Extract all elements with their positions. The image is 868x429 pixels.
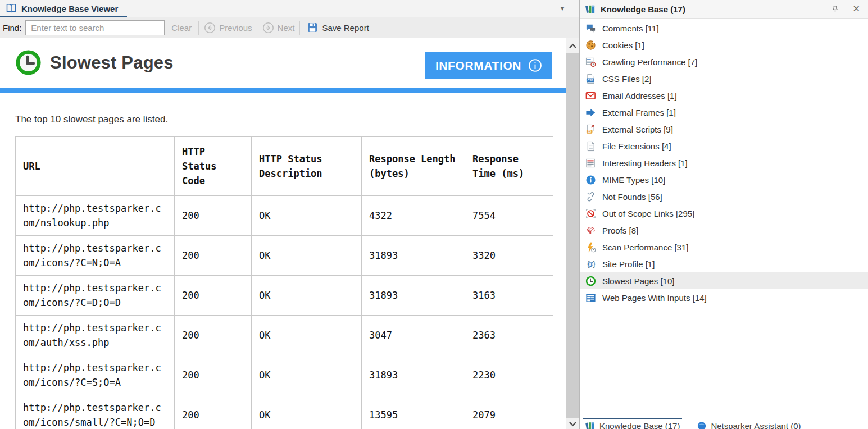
find-label: Find:	[3, 23, 21, 33]
page-title: Slowest Pages	[50, 53, 174, 73]
vertical-scrollbar	[566, 38, 579, 429]
tab-knowledge-base[interactable]: Knowledge Base (17)	[585, 421, 680, 429]
kb-item-label: Crawling Performance [7]	[602, 57, 697, 67]
kb-item-label: Comments [11]	[602, 24, 659, 33]
next-button[interactable]: Next	[262, 22, 295, 34]
cell-status-description: OK	[252, 395, 362, 429]
scroll-down-button[interactable]	[566, 418, 579, 429]
kb-item-label: File Extensions [4]	[602, 142, 671, 151]
kb-item-label: External Scripts [9]	[602, 125, 673, 134]
pin-icon[interactable]	[831, 5, 839, 13]
cell-status-description: OK	[252, 355, 362, 395]
web-pages-with-inputs-icon	[585, 293, 596, 303]
cell-url: http://php.testsparker.com/icons/?C=D;O=…	[16, 276, 175, 316]
viewer-pane: Knowledge Base Viewer ▾ Find: Clear Prev…	[0, 0, 579, 429]
css-file-icon: CSS	[585, 74, 596, 84]
kb-item-file-extensions[interactable]: File Extensions [4]	[580, 138, 868, 154]
close-icon[interactable]: ✕	[853, 4, 860, 13]
email-icon	[585, 90, 596, 101]
slowest-pages-clock-icon	[15, 49, 42, 78]
file-extensions-icon	[585, 141, 596, 152]
kb-item-email-addresses[interactable]: Email Addresses [1]	[580, 87, 868, 104]
kb-item-label: Scan Performance [31]	[602, 243, 688, 252]
cell-url: http://php.testsparker.com/auth/xss.php	[16, 316, 175, 355]
cell-url: http://php.testsparker.com/icons/?C=S;O=…	[16, 355, 175, 395]
column-header-status-code: HTTP Status Code	[175, 137, 252, 196]
out-of-scope-icon	[585, 208, 596, 219]
cell-status-code: 200	[175, 276, 252, 316]
kb-item-out-of-scope-links[interactable]: Out of Scope Links [295]	[580, 205, 868, 222]
cell-response-time: 2079	[465, 395, 553, 429]
tab-knowledge-base-viewer[interactable]: Knowledge Base Viewer	[0, 0, 127, 17]
kb-item-label: Interesting Headers [1]	[602, 158, 688, 168]
column-header-response-length: Response Length (bytes)	[362, 137, 465, 196]
cell-status-code: 200	[175, 355, 252, 395]
report-intro-text: The top 10 slowest pages are listed.	[15, 114, 566, 125]
cell-response-length: 31893	[362, 236, 465, 276]
cell-response-time: 2230	[465, 355, 553, 395]
kb-item-mime-types[interactable]: MIME Types [10]	[580, 171, 868, 188]
kb-item-crawling-performance[interactable]: Crawling Performance [7]	[580, 53, 868, 70]
knowledge-base-panel-header: Knowledge Base (17) ✕	[580, 0, 868, 19]
cell-status-description: OK	[252, 196, 362, 236]
cell-status-code: 200	[175, 196, 252, 236]
cookie-icon	[585, 40, 596, 51]
information-button-label: INFORMATION	[435, 59, 521, 72]
cell-status-description: OK	[252, 236, 362, 276]
kb-books-icon	[585, 421, 596, 429]
kb-item-not-founds[interactable]: Not Founds [56]	[580, 188, 868, 205]
kb-item-label: Proofs [8]	[602, 226, 638, 235]
toolbar-separator	[198, 21, 199, 35]
kb-item-label: Site Profile [1]	[602, 259, 655, 269]
kb-item-external-frames[interactable]: External Frames [1]	[580, 104, 868, 121]
kb-item-web-pages-with-inputs[interactable]: Web Pages With Inputs [14]	[580, 289, 868, 306]
not-founds-icon	[585, 191, 596, 202]
kb-item-comments[interactable]: Comments [11]	[580, 20, 868, 36]
kb-item-external-scripts[interactable]: JS External Scripts [9]	[580, 121, 868, 138]
cell-response-time: 3163	[465, 276, 553, 316]
tab-list-dropdown-icon[interactable]: ▾	[561, 4, 564, 12]
cell-status-description: OK	[252, 276, 362, 316]
arrow-left-circle-icon	[204, 22, 216, 34]
find-input[interactable]	[25, 20, 165, 35]
crawling-performance-icon	[585, 57, 596, 67]
document-tab-strip: Knowledge Base Viewer ▾	[0, 0, 579, 17]
save-icon	[307, 22, 318, 33]
viewer-tab-label: Knowledge Base Viewer	[21, 4, 118, 13]
active-tab-indicator	[583, 418, 682, 419]
kb-item-css-files[interactable]: CSS CSS Files [2]	[580, 70, 868, 87]
arrow-right-circle-icon	[262, 22, 274, 34]
report-header: Slowest Pages INFORMATION	[0, 38, 566, 88]
previous-button[interactable]: Previous	[204, 22, 252, 34]
information-button[interactable]: INFORMATION	[425, 52, 552, 79]
kb-bottom-tab-bar: Knowledge Base (17) Netsparker Assistant…	[580, 418, 868, 429]
kb-item-interesting-headers[interactable]: Interesting Headers [1]	[580, 154, 868, 171]
table-row: http://php.testsparker.com/icons/?C=S;O=…	[16, 355, 553, 395]
clear-button[interactable]: Clear	[171, 23, 192, 33]
column-header-response-time: Response Time (ms)	[465, 137, 553, 196]
kb-item-site-profile[interactable]: {} Site Profile [1]	[580, 255, 868, 272]
kb-item-label: Email Addresses [1]	[602, 91, 677, 101]
kb-item-slowest-pages[interactable]: Slowest Pages [10]	[580, 272, 868, 289]
cell-status-description: OK	[252, 316, 362, 355]
scrollbar-thumb[interactable]	[566, 53, 579, 418]
column-header-status-description: HTTP Status Description	[252, 137, 362, 196]
report-area: Slowest Pages INFORMATION The top 10 slo…	[0, 38, 579, 429]
kb-item-label: MIME Types [10]	[602, 175, 665, 185]
kb-item-scan-performance[interactable]: Scan Performance [31]	[580, 239, 868, 255]
scroll-up-button[interactable]	[566, 38, 579, 53]
kb-item-label: Web Pages With Inputs [14]	[602, 293, 707, 303]
open-book-icon	[6, 3, 17, 14]
cell-status-code: 200	[175, 316, 252, 355]
tab-netsparker-assistant[interactable]: Netsparker Assistant (0)	[697, 421, 801, 429]
kb-item-label: External Frames [1]	[602, 108, 676, 117]
cell-response-length: 3047	[362, 316, 465, 355]
kb-list: Comments [11] Cookies [1] Crawling Perfo…	[580, 19, 868, 306]
external-scripts-icon: JS	[585, 124, 596, 135]
save-report-button[interactable]: Save Report	[307, 22, 369, 33]
kb-item-proofs[interactable]: Proofs [8]	[580, 222, 868, 239]
cell-url: http://php.testsparker.com/icons/small/?…	[16, 395, 175, 429]
knowledge-base-panel: Knowledge Base (17) ✕ Comments [11] Cook…	[579, 0, 868, 429]
cell-response-length: 31893	[362, 276, 465, 316]
kb-item-cookies[interactable]: Cookies [1]	[580, 36, 868, 53]
